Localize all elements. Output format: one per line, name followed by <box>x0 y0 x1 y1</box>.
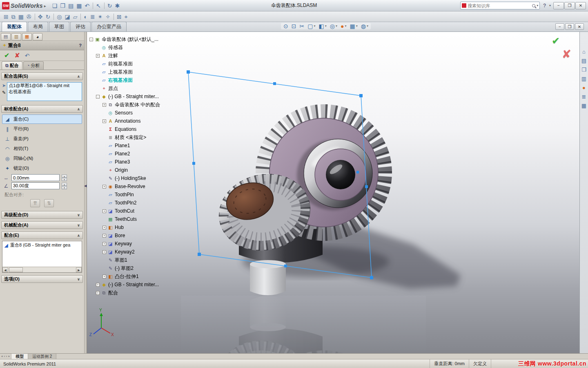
tree-row[interactable]: ⌖ 原点 <box>89 84 160 92</box>
heads-up-button[interactable]: ● <box>339 23 347 29</box>
toolbar-button[interactable]: ✱ <box>114 2 122 9</box>
assembly-toolbar-button[interactable]: ≣ <box>89 13 97 20</box>
tree-row[interactable]: + ⧉ 伞齿装配体 中的配合 <box>89 101 160 109</box>
assembly-toolbar-button[interactable]: ◐ <box>82 13 89 20</box>
task-pane-icon[interactable]: ❒ <box>581 67 586 72</box>
manager-pane-tab[interactable]: ▥ <box>11 33 21 40</box>
document-tab[interactable]: 模型 <box>11 354 28 359</box>
selection-entry[interactable]: 点1@草图1@GB - Straight mit <box>7 83 82 89</box>
mate-type-button[interactable]: ✦ 锁定(O) <box>2 164 82 173</box>
menu-flyout-arrow-icon[interactable] <box>44 3 46 9</box>
expand-toggle-icon[interactable]: + <box>102 226 106 229</box>
tree-row[interactable]: + ◪ Bore <box>89 231 160 240</box>
toolbar-button[interactable]: ↻ <box>106 2 114 9</box>
assembly-toolbar-button[interactable]: ✧ <box>104 13 112 20</box>
manager-pane-tab[interactable]: ◕ <box>33 33 42 40</box>
search-scope-caret-icon[interactable]: ▾ <box>537 4 538 7</box>
heads-up-button[interactable]: ▦ <box>348 23 359 29</box>
heads-up-button[interactable]: ◧ <box>317 23 327 29</box>
heads-up-button[interactable]: ⊙ <box>282 23 290 29</box>
tree-row[interactable]: ≣ 材质 <未指定> <box>89 133 160 141</box>
tree-row[interactable]: Σ Equations <box>89 125 160 133</box>
expand-toggle-icon[interactable]: - <box>89 38 93 41</box>
tree-row[interactable]: ▱ ToothPln2 <box>89 199 160 207</box>
heads-up-button[interactable]: ✂ <box>298 23 305 29</box>
assembly-toolbar-button[interactable] <box>114 13 114 20</box>
tree-row[interactable]: + ◪ Keyway2 <box>89 248 160 256</box>
commandmanager-tab[interactable]: 装配体 <box>2 22 27 31</box>
tree-row[interactable]: ▱ 上视基准面 <box>89 68 160 76</box>
manager-pane-tab[interactable]: ▤ <box>1 33 11 40</box>
angle-spinner[interactable]: ▴▾ <box>62 183 67 189</box>
standard-mates-header[interactable]: 标准配合(A) ∧ <box>1 105 83 113</box>
task-pane-icon[interactable]: ▦ <box>581 103 586 108</box>
search-icon[interactable] <box>532 4 535 7</box>
task-pane-icon[interactable]: ⌂ <box>582 49 586 54</box>
tree-row[interactable]: ▱ 前视基准面 <box>89 60 160 68</box>
doc-restore-button[interactable]: ❐ <box>565 23 574 30</box>
assembly-toolbar-button[interactable]: ✥ <box>37 13 45 20</box>
tree-row[interactable]: ✎ (-) 草图2 <box>89 264 160 272</box>
commandmanager-tab[interactable]: 草图 <box>49 22 69 31</box>
tree-row[interactable]: + ◪ ToothCut <box>89 207 160 215</box>
tree-row[interactable]: ▱ Plane3 <box>89 158 160 166</box>
expand-toggle-icon[interactable]: + <box>96 283 100 287</box>
assembly-toolbar-button[interactable]: ⊞ <box>2 13 10 20</box>
tree-row[interactable]: ▦ TeethCuts <box>89 215 160 223</box>
advanced-mates-header[interactable]: 高级配合(D) ∨ <box>1 211 83 219</box>
toolbar-button[interactable] <box>93 2 93 9</box>
tree-row[interactable]: ▱ ToothPln <box>89 191 160 199</box>
collapse-chevron-icon[interactable]: ∧ <box>77 107 80 111</box>
tree-row[interactable]: - ▣ 伞齿装配体 (默认<默认_... <box>89 35 160 43</box>
toolbar-button[interactable]: ▦ <box>75 2 83 9</box>
expand-toggle-icon[interactable]: - <box>96 95 100 99</box>
doc-close-button[interactable]: ✕ <box>575 23 584 30</box>
help-caret-icon[interactable]: ▾ <box>549 4 551 7</box>
tree-row[interactable]: + ◧ Hub <box>89 223 160 231</box>
heads-up-button[interactable]: ◎ <box>329 23 339 29</box>
confirmation-cancel-icon[interactable]: ✘ <box>562 47 571 61</box>
collapse-chevron-icon[interactable]: ∧ <box>77 74 80 79</box>
toolbar-button[interactable]: ❏ <box>51 2 59 9</box>
tree-row[interactable]: ◎ Sensors <box>89 109 160 117</box>
selection-entry[interactable]: 右视基准面 <box>7 89 82 95</box>
doc-minimize-button[interactable]: − <box>555 23 564 30</box>
panel-splitter[interactable]: ◀ <box>84 32 87 353</box>
mate-type-button[interactable]: ◢ 重合(C) <box>2 114 82 124</box>
tree-row[interactable]: ▱ Plane1 <box>89 141 160 150</box>
mates-list-header[interactable]: 配合(E) ∧ <box>1 231 83 239</box>
undo-button[interactable]: ↶ <box>25 52 30 59</box>
plane-center-handle[interactable] <box>356 171 359 174</box>
property-manager-tab[interactable]: ⧉ 配合 <box>2 61 22 70</box>
horizontal-scrollbar[interactable]: ◀ ▶ <box>2 267 82 272</box>
assembly-toolbar-button[interactable]: ▦ <box>17 13 25 20</box>
mate-selections-header[interactable]: 配合选择(S) ∧ <box>1 72 83 80</box>
scroll-right-icon[interactable]: ▶ <box>76 267 82 272</box>
close-button[interactable]: ✕ <box>575 2 586 9</box>
collapse-chevron-icon[interactable]: ∧ <box>77 233 80 238</box>
expand-toggle-icon[interactable]: + <box>102 185 106 188</box>
tree-row[interactable]: ◎ 传感器 <box>89 43 160 52</box>
mate-type-button[interactable]: ∥ 平行(R) <box>2 124 82 134</box>
tab-scroll-buttons[interactable]: « ‹ › » <box>0 354 11 359</box>
collapse-panel-icon[interactable]: ◀ <box>84 184 87 188</box>
expand-toggle-icon[interactable]: + <box>96 291 100 295</box>
assembly-toolbar-button[interactable]: ⊠ <box>116 13 123 20</box>
heads-up-button[interactable]: ▢ <box>306 23 316 29</box>
tree-row[interactable]: + A Annotations <box>89 117 160 125</box>
help-button[interactable]: ? <box>542 3 547 9</box>
graphics-viewport[interactable]: Y X Z - ▣ 伞齿装配体 (默认<默认_... ◎ <box>87 32 579 353</box>
expand-chevron-icon[interactable]: ∨ <box>77 223 80 227</box>
search-input[interactable] <box>468 3 531 8</box>
distance-spinner[interactable]: ▴▾ <box>62 175 67 181</box>
task-pane-icon[interactable]: ≣ <box>582 94 586 99</box>
commandmanager-tab[interactable]: 评估 <box>70 22 91 31</box>
tree-row[interactable]: ▱ 右视基准面 <box>89 76 160 84</box>
property-manager-tab[interactable]: ◔ 分析 <box>23 61 44 70</box>
expand-toggle-icon[interactable]: + <box>102 242 106 246</box>
tree-row[interactable]: + ◪ Keyway <box>89 240 160 248</box>
mechanical-mates-header[interactable]: 机械配合(A) ∨ <box>1 221 83 229</box>
task-pane-icon[interactable]: ▥ <box>581 76 586 81</box>
commandmanager-tab[interactable]: 布局 <box>28 22 48 31</box>
tree-row[interactable]: ✎ 草图1 <box>89 256 160 264</box>
